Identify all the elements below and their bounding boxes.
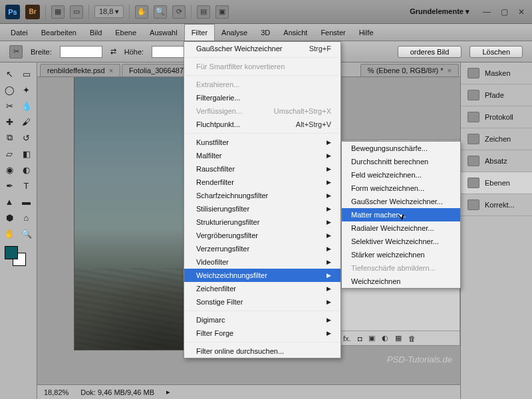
hand-tool-icon[interactable]: ✋ [2, 226, 17, 241]
screen-mode-icon[interactable]: ▣ [215, 5, 229, 19]
heal-tool-icon[interactable]: ✚ [2, 114, 17, 129]
mask-add-icon[interactable]: ◘ [358, 334, 362, 342]
panel-masken[interactable]: Masken [461, 63, 532, 84]
brush-tool-icon[interactable]: 🖌 [19, 114, 34, 129]
menu-ebene[interactable]: Ebene [108, 24, 143, 41]
dodge-tool-icon[interactable]: ◐ [19, 162, 34, 177]
color-swatches[interactable] [2, 245, 35, 267]
adjustment-layer-icon[interactable]: ◐ [382, 334, 388, 342]
fx-menu-icon[interactable]: fx. [343, 334, 351, 342]
filter-digimarc[interactable]: Digimarc▶ [184, 313, 340, 327]
panel-absatz[interactable]: Absatz [461, 150, 532, 172]
blur-radial[interactable]: Radialer Weichzeichner... [342, 221, 460, 235]
panel-korrekturen[interactable]: Korrekt... [461, 194, 532, 216]
blur-surface[interactable]: Matter machen... [342, 208, 460, 221]
filter-gallery[interactable]: Filtergalerie... [184, 91, 340, 104]
close-tab-icon[interactable]: × [448, 66, 452, 74]
panel-pfade[interactable]: Pfade [461, 84, 532, 106]
blur-tool-icon[interactable]: ◉ [2, 162, 17, 177]
menu-datei[interactable]: Datei [4, 24, 35, 41]
blur-box[interactable]: Feld weichzeichnen... [342, 168, 460, 182]
marquee-tool-icon[interactable]: ▭ [19, 66, 34, 81]
panel-zeichen[interactable]: Zeichen [461, 128, 532, 150]
status-zoom[interactable]: 18,82% [44, 388, 68, 396]
panel-protokoll[interactable]: Protokoll [461, 106, 532, 128]
pen-tool-icon[interactable]: ✒ [2, 178, 17, 193]
crop-tool-indicator-icon[interactable]: ✂ [9, 45, 23, 59]
filter-cat-3[interactable]: Renderfilter▶ [184, 176, 340, 189]
menu-filter[interactable]: Filter [184, 24, 215, 41]
filter-cat-0[interactable]: Kunstfilter▶ [184, 136, 340, 149]
blur-average[interactable]: Durchschnitt berechnen [342, 155, 460, 168]
filter-cat-7[interactable]: Vergröberungsfilter▶ [184, 229, 340, 242]
3d-tool-icon[interactable]: ⬢ [2, 210, 17, 225]
blur-gaussian[interactable]: Gaußscher Weichzeichner... [342, 195, 460, 208]
panel-ebenen[interactable]: Ebenen [461, 172, 532, 194]
filter-last[interactable]: Gaußscher WeichzeichnerStrg+F [184, 42, 340, 55]
foreground-swatch[interactable] [5, 246, 18, 259]
filter-cat-4[interactable]: Scharfzeichnungsfilter▶ [184, 189, 340, 202]
hand-tool-icon[interactable]: ✋ [135, 5, 148, 19]
blur-motion[interactable]: Bewegungsunschärfe... [342, 142, 460, 155]
workspace-switcher[interactable]: Grundelemente ▾ [404, 5, 475, 18]
stamp-tool-icon[interactable]: ⧉ [2, 130, 17, 145]
doc-tab-3[interactable]: % (Ebene 0, RGB/8#) *× [360, 64, 459, 76]
menu-hilfe[interactable]: Hilfe [352, 24, 380, 41]
filter-cat-5[interactable]: Stilisierungsfilter▶ [184, 202, 340, 215]
swap-dims-icon[interactable]: ⇄ [110, 47, 116, 56]
arrange-icon[interactable]: ▤ [197, 5, 210, 19]
doc-tab-2[interactable]: Fotolia_3066487 [122, 64, 191, 76]
move-tool-icon[interactable]: ↖ [2, 66, 17, 81]
history-brush-icon[interactable]: ↺ [19, 130, 34, 145]
new-layer-icon[interactable]: ▦ [395, 334, 402, 342]
maximize-icon[interactable]: ▢ [499, 7, 509, 17]
filter-cat-9[interactable]: Videofilter▶ [184, 255, 340, 269]
view-grid-icon[interactable]: ▦ [51, 5, 65, 19]
eraser-tool-icon[interactable]: ▱ [2, 146, 17, 161]
filter-forge[interactable]: Filter Forge▶ [184, 327, 340, 340]
filter-cat-1[interactable]: Malfilter▶ [184, 149, 340, 162]
menu-analyse[interactable]: Analyse [215, 24, 254, 41]
filter-cat-10[interactable]: Weichzeichnungsfilter▶ [184, 269, 340, 282]
filter-online[interactable]: Filter online durchsuchen... [184, 344, 340, 358]
gradient-tool-icon[interactable]: ◧ [19, 146, 34, 161]
3d-cam-icon[interactable]: ⌂ [19, 210, 34, 225]
blur-smart[interactable]: Selektiver Weichzeichner... [342, 235, 460, 248]
menu-ansicht[interactable]: Ansicht [277, 24, 314, 41]
blur-shape[interactable]: Form weichzeichnen... [342, 182, 460, 195]
menu-3d[interactable]: 3D [254, 24, 277, 41]
type-tool-icon[interactable]: T [19, 178, 34, 193]
wand-tool-icon[interactable]: ✦ [19, 82, 34, 97]
filter-vanishing[interactable]: Fluchtpunkt...Alt+Strg+V [184, 118, 340, 131]
new-group-icon[interactable]: ▣ [368, 334, 375, 342]
blur-basic[interactable]: Weichzeichnen [342, 275, 460, 288]
zoom-tool2-icon[interactable]: 🔍 [19, 226, 34, 241]
filter-cat-6[interactable]: Strukturierungsfilter▶ [184, 215, 340, 229]
close-tab-icon[interactable]: × [109, 66, 113, 74]
minimize-icon[interactable]: — [481, 7, 492, 17]
crop-tool-icon[interactable]: ✂ [2, 98, 17, 113]
path-select-icon[interactable]: ▲ [2, 194, 17, 209]
eyedrop-tool-icon[interactable]: 💧 [19, 98, 34, 113]
shape-tool-icon[interactable]: ▬ [19, 194, 34, 209]
bridge-logo-icon[interactable]: Br [25, 5, 40, 19]
menu-auswahl[interactable]: Auswahl [143, 24, 184, 41]
filter-cat-2[interactable]: Rauschfilter▶ [184, 162, 340, 176]
width-input[interactable] [60, 46, 102, 58]
clear-button[interactable]: Löschen [469, 46, 523, 58]
menu-bild[interactable]: Bild [83, 24, 108, 41]
rotate-view-icon[interactable]: ⟳ [172, 5, 186, 19]
menu-fenster[interactable]: Fenster [314, 24, 352, 41]
menu-bearbeiten[interactable]: Bearbeiten [35, 24, 83, 41]
filter-cat-11[interactable]: Zeichenfilter▶ [184, 282, 340, 295]
chevron-right-icon[interactable]: ▸ [166, 388, 170, 396]
front-image-button[interactable]: orderes Bild [398, 46, 462, 58]
trash-icon[interactable]: 🗑 [408, 334, 416, 342]
blur-more[interactable]: Stärker weichzeichnen [342, 248, 460, 261]
zoom-level[interactable]: 18,8 ▾ [94, 5, 124, 18]
filter-cat-12[interactable]: Sonstige Filter▶ [184, 295, 340, 309]
zoom-tool-icon[interactable]: 🔍 [154, 5, 167, 19]
filter-cat-8[interactable]: Verzerrungsfilter▶ [184, 242, 340, 255]
close-icon[interactable]: ✕ [516, 7, 527, 17]
lasso-tool-icon[interactable]: ◯ [2, 82, 17, 97]
